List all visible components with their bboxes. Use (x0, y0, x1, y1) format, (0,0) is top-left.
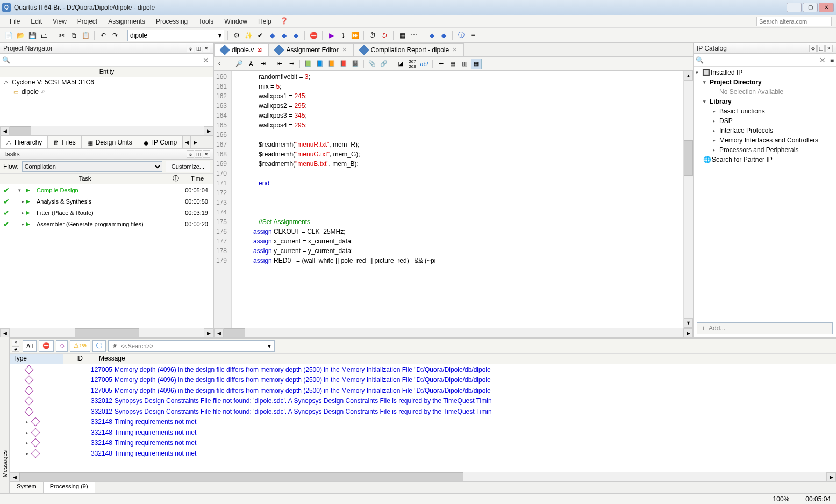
tab-close-icon[interactable]: ✕ (452, 46, 457, 53)
new-icon[interactable]: 📄 (3, 30, 14, 41)
message-row[interactable]: ▸332148 Timing requirements not met (10, 417, 836, 428)
more-icon[interactable]: ≡ (468, 30, 478, 41)
menu-tools[interactable]: Tools (193, 17, 219, 26)
ab-icon[interactable]: ab/ (419, 59, 430, 69)
tasks-pin-icon[interactable]: ⬙ (187, 150, 194, 158)
msg-critwarn-filter[interactable]: ◇ (56, 340, 68, 352)
ip-group[interactable]: ▾Project Directory (694, 77, 836, 87)
dropdown-icon[interactable]: ▾ (268, 342, 271, 350)
cut-icon[interactable]: ✂ (56, 30, 67, 41)
msg-pin-icon[interactable]: ⬙ (12, 346, 19, 352)
doc-tab[interactable]: Assignment Editor✕ (268, 43, 353, 56)
ip-close-icon[interactable]: ✕ (825, 45, 833, 52)
msg-info-filter[interactable]: ⓘ (92, 340, 106, 352)
tab-prev-arrow[interactable]: ◀ (182, 136, 191, 148)
msg-tab-processing[interactable]: Processing (9) (43, 482, 95, 493)
play-icon[interactable]: ▶ (26, 198, 37, 204)
help-icon[interactable]: ❓ (280, 17, 289, 26)
check-icon[interactable]: ✔ (255, 30, 266, 41)
mark-icon[interactable]: ◪ (395, 59, 406, 69)
split4-icon[interactable]: ▦ (471, 59, 482, 69)
msg-all-button[interactable]: All (23, 340, 37, 352)
goto-icon[interactable]: ⇥ (258, 59, 268, 69)
message-row[interactable]: 127005 Memory depth (4096) in the design… (10, 385, 836, 396)
nav-device-row[interactable]: ⚠ Cyclone V: 5CSEMA5F31C6 (0, 77, 213, 87)
indent-icon[interactable]: ⇥ (286, 59, 297, 69)
menu-processing[interactable]: Processing (151, 17, 193, 26)
copy-icon[interactable]: ⧉ (68, 30, 79, 41)
paste-icon[interactable]: 📋 (80, 30, 91, 41)
bookmark3-icon[interactable]: 📙 (326, 59, 337, 69)
code-hscroll[interactable]: ◀▶ (214, 328, 693, 337)
outdent-icon[interactable]: ⇤ (274, 59, 285, 69)
expand-icon[interactable]: ▸ (26, 419, 31, 424)
settings-icon[interactable]: ⚙ (231, 30, 242, 41)
fitter-icon[interactable]: ◆ (290, 30, 301, 41)
doc-tab[interactable]: Compilation Report - dipole✕ (353, 43, 464, 56)
ip-dock-icon[interactable]: ◫ (817, 45, 825, 52)
customize-button[interactable]: Customize... (166, 161, 210, 172)
ip-add-button[interactable]: +Add... (697, 322, 833, 334)
ip-root[interactable]: ▾🔲Installed IP (694, 68, 836, 77)
prog2-icon[interactable]: ◆ (438, 30, 449, 41)
expand-icon[interactable]: ▸ (26, 440, 31, 445)
tab-next-arrow[interactable]: ▶ (191, 136, 199, 148)
ip-search-input[interactable] (705, 55, 817, 65)
message-row[interactable]: 127005 Memory depth (4096) in the design… (10, 364, 836, 375)
ip-item[interactable]: ▸Memory Interfaces and Controllers (694, 135, 836, 145)
redo-icon[interactable]: ↷ (110, 30, 120, 41)
message-row[interactable]: ▸332148 Timing requirements not met (10, 448, 836, 459)
power-icon[interactable]: ⏲ (379, 30, 390, 41)
tab-design-units[interactable]: ▦Design Units (81, 136, 138, 148)
play-icon[interactable]: ▶ (326, 30, 337, 41)
replace-icon[interactable]: Å (246, 59, 256, 69)
split3-icon[interactable]: ▥ (459, 59, 470, 69)
msg-search-input[interactable] (121, 343, 265, 349)
msg-search-box[interactable]: ⚜ ▾ (108, 340, 275, 352)
ip-item[interactable]: ▸DSP (694, 116, 836, 126)
undo-icon[interactable]: ↶ (98, 30, 109, 41)
msg-tab-system[interactable]: System (10, 482, 44, 493)
fast-icon[interactable]: ⏩ (349, 30, 360, 41)
code-vscroll[interactable]: ▲ ▼ (683, 71, 693, 328)
menu-edit[interactable]: Edit (25, 17, 47, 26)
ip-clear-icon[interactable]: ✕ (819, 56, 828, 64)
message-row[interactable]: ▸332148 Timing requirements not met (10, 438, 836, 449)
play-icon[interactable]: ▶ (26, 221, 37, 227)
maximize-button[interactable]: ▢ (803, 3, 818, 12)
msg-hscroll[interactable]: ◀▶ (10, 472, 836, 481)
doc-tab[interactable]: dipole.v⊠ (214, 43, 269, 56)
timer-icon[interactable]: ⏱ (367, 30, 378, 41)
ip-item[interactable]: ▸Processors and Peripherals (694, 145, 836, 155)
menu-window[interactable]: Window (219, 17, 253, 26)
tasks-dock-icon[interactable]: ◫ (195, 150, 202, 158)
menu-help[interactable]: Help (253, 17, 277, 26)
nav-hscroll[interactable]: ◀▶ (0, 126, 213, 135)
wand-icon[interactable]: ✨ (243, 30, 254, 41)
msg-error-filter[interactable]: ⛔ (39, 340, 54, 352)
global-search-input[interactable] (756, 17, 832, 26)
prog1-icon[interactable]: ◆ (426, 30, 437, 41)
info-icon[interactable]: ⓘ (456, 30, 467, 41)
open-icon[interactable]: 📂 (15, 30, 26, 41)
close-button[interactable]: ✕ (819, 3, 834, 12)
nav-entity-row[interactable]: ▭ dipole ⬀ (0, 87, 213, 97)
link-icon[interactable]: 🔗 (378, 59, 389, 69)
menu-file[interactable]: File (4, 17, 25, 26)
task-row[interactable]: ✔▾▶Compile Design00:05:04 (0, 184, 213, 196)
tab-close-icon[interactable]: ⊠ (257, 46, 262, 53)
message-row[interactable]: 127005 Memory depth (4096) in the design… (10, 375, 836, 386)
attach-icon[interactable]: 📎 (367, 59, 377, 69)
save-icon[interactable]: 💾 (27, 30, 38, 41)
ip-pin-icon[interactable]: ⬙ (809, 45, 817, 52)
message-row[interactable]: ▸332148 Timing requirements not met (10, 427, 836, 438)
menu-project[interactable]: Project (72, 17, 103, 26)
menu-view[interactable]: View (47, 17, 72, 26)
tab-ip-comp[interactable]: ◆IP Comp (138, 136, 183, 148)
tab-close-icon[interactable]: ✕ (342, 46, 347, 53)
project-combo[interactable]: dipole▾ (127, 30, 224, 41)
stop-icon[interactable]: ⛔ (308, 30, 319, 41)
linenum-icon[interactable]: 267268 (407, 59, 418, 69)
msg-warn-filter[interactable]: ⚠289 (70, 340, 90, 352)
bookmark4-icon[interactable]: 📕 (338, 59, 349, 69)
